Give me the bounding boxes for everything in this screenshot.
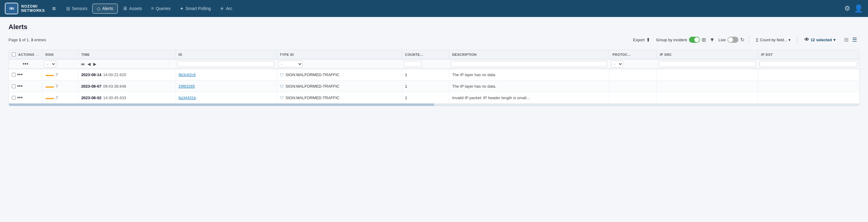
filter-type-id[interactable]: - xyxy=(277,59,402,69)
row-type-id: 🛡 SIGN:MALFORMED-TRAFFIC xyxy=(277,92,402,104)
type-id-value: SIGN:MALFORMED-TRAFFIC xyxy=(286,72,340,77)
filter-description[interactable] xyxy=(449,59,609,69)
row-type-id: 🛡 SIGN:MALFORMED-TRAFFIC xyxy=(277,81,402,92)
col-count: COUNTE… xyxy=(402,50,449,59)
row-checkbox-cell: ••• xyxy=(9,92,42,104)
protocol-filter-select[interactable]: - xyxy=(611,61,623,67)
page-num: 1 xyxy=(19,38,21,42)
list-view-button[interactable]: ☰ xyxy=(851,36,858,44)
col-type-id: TYPE ID xyxy=(277,50,402,59)
alerts-table: ACTIONS … RISK TIME ID TYPE ID COUNTE… D… xyxy=(9,50,859,103)
risk-filter-select[interactable]: - xyxy=(44,61,56,67)
row-type-id: 🛡 SIGN:MALFORMED-TRAFFIC xyxy=(277,69,402,81)
type-id-cell: 🛡 SIGN:MALFORMED-TRAFFIC xyxy=(280,96,399,100)
row-actions-dots[interactable]: ••• xyxy=(17,95,23,101)
ip-src-filter-input[interactable] xyxy=(659,61,756,67)
page-info: Page 1 of 1, 3 entries xyxy=(8,38,46,42)
risk-badge xyxy=(45,75,54,76)
row-time-value: 14:00:22.620 xyxy=(103,72,126,77)
separator-2 xyxy=(797,36,798,43)
row-ip-src xyxy=(657,92,758,104)
row-count: 1 xyxy=(402,92,449,104)
separator-1 xyxy=(749,36,749,43)
risk-num: 7 xyxy=(56,96,58,100)
type-id-filter-select[interactable]: - xyxy=(278,61,303,67)
description-filter-input[interactable] xyxy=(451,61,607,67)
toolbar: Page 1 of 1, 3 entries Export ⬆ Group by… xyxy=(8,35,860,47)
row-protocol xyxy=(609,81,656,92)
group-by-label: Group by incident xyxy=(656,38,687,42)
nav-label-arc: Arc xyxy=(226,6,232,11)
refresh-icon[interactable]: ↻ xyxy=(740,37,744,43)
risk-badge xyxy=(45,98,54,99)
alerts-table-wrapper: ACTIONS … RISK TIME ID TYPE ID COUNTE… D… xyxy=(8,50,860,106)
count-field-button[interactable]: Σ Count by field... ▾ xyxy=(753,36,793,44)
export-button[interactable]: Export ⬆ xyxy=(631,36,653,44)
nav-item-sensors[interactable]: ⊞Sensors xyxy=(62,4,92,13)
nav-item-queries[interactable]: ≡Queries xyxy=(147,4,175,13)
time-prev-btn[interactable]: ◀ xyxy=(87,61,92,67)
row-checkbox[interactable] xyxy=(12,84,16,88)
select-all-checkbox[interactable] xyxy=(12,53,16,56)
nav-item-alerts[interactable]: ◇Alerts xyxy=(92,4,118,14)
row-ip-dst xyxy=(758,92,859,104)
actions-col-label: ACTIONS xyxy=(18,53,34,56)
live-toggle[interactable] xyxy=(727,37,738,43)
filter-time: ⏮ ◀ ▶ xyxy=(78,59,175,69)
time-first-btn[interactable]: ⏮ xyxy=(80,61,86,67)
filter-count[interactable] xyxy=(402,59,449,69)
row-date: 2023-08-07 xyxy=(81,84,102,89)
id-filter-input[interactable] xyxy=(177,61,275,67)
filter-ip-dst[interactable] xyxy=(758,59,859,69)
group-by-icon: ⊞ xyxy=(702,37,706,43)
entries-count: 3 xyxy=(31,38,33,42)
row-actions-dots[interactable]: ••• xyxy=(17,71,23,78)
live-area: Live ↻ xyxy=(718,37,744,43)
row-date: 2023-08-14 xyxy=(81,72,102,77)
col-description: DESCRIPTION xyxy=(449,50,609,59)
nav-item-arc[interactable]: ☀Arc xyxy=(215,4,237,13)
user-icon[interactable]: 👤 xyxy=(854,4,863,13)
hamburger-menu[interactable]: ≡ xyxy=(50,4,58,13)
row-count: 1 xyxy=(402,69,449,81)
grid-view-button[interactable]: ⊞ xyxy=(843,36,850,44)
table-body: ••• 7 2023-08-14 14:00:22.620 9b3c82c8 🛡… xyxy=(9,69,859,103)
col-ip-src: IP SRC xyxy=(657,50,758,59)
row-ip-src xyxy=(657,69,758,81)
row-checkbox-cell: ••• xyxy=(9,69,42,81)
selected-dropdown-icon: ▾ xyxy=(833,38,836,42)
filter-risk[interactable]: - xyxy=(42,59,78,69)
scroll-indicator[interactable] xyxy=(9,103,859,106)
filter-icon[interactable]: ▼ xyxy=(710,37,715,43)
action-dots[interactable]: ••• xyxy=(11,61,40,67)
nav-label-queries: Queries xyxy=(156,6,170,11)
count-filter-input[interactable] xyxy=(404,61,422,67)
row-checkbox[interactable] xyxy=(12,96,16,100)
nav-item-assets[interactable]: 🖥Assets xyxy=(118,4,146,13)
selected-button[interactable]: 👁 12 selected ▾ xyxy=(802,36,838,44)
col-id: ID xyxy=(176,50,277,59)
live-label: Live xyxy=(718,38,726,42)
topnav: NN NOZOMINETWORKS ≡ ⊞Sensors◇Alerts🖥Asse… xyxy=(0,0,868,17)
settings-icon[interactable]: ⚙ xyxy=(844,5,850,12)
filter-id[interactable] xyxy=(176,59,277,69)
count-field-dropdown-icon: ▾ xyxy=(788,38,790,42)
col-time: TIME xyxy=(78,50,175,59)
risk-badge xyxy=(45,87,54,88)
ip-dst-filter-input[interactable] xyxy=(760,61,857,67)
row-date: 2023-08-02 xyxy=(81,96,102,100)
nav-item-smart-polling[interactable]: ✦Smart Polling xyxy=(176,4,215,13)
row-id-link[interactable]: 8a34431b xyxy=(179,96,196,100)
row-id-link[interactable]: 9b3c82c8 xyxy=(179,72,195,77)
selected-label: 12 selected xyxy=(811,38,832,42)
group-by-toggle[interactable] xyxy=(689,37,700,43)
row-actions-dots[interactable]: ••• xyxy=(17,83,23,90)
row-checkbox[interactable] xyxy=(12,73,16,77)
type-id-value: SIGN:MALFORMED-TRAFFIC xyxy=(286,96,340,100)
time-next-btn[interactable]: ▶ xyxy=(92,61,97,67)
filter-protocol[interactable]: - xyxy=(609,59,656,69)
row-ip-src xyxy=(657,81,758,92)
filter-ip-src[interactable] xyxy=(657,59,758,69)
row-ip-dst xyxy=(758,81,859,92)
row-id-link[interactable]: 29f83285 xyxy=(179,84,195,89)
